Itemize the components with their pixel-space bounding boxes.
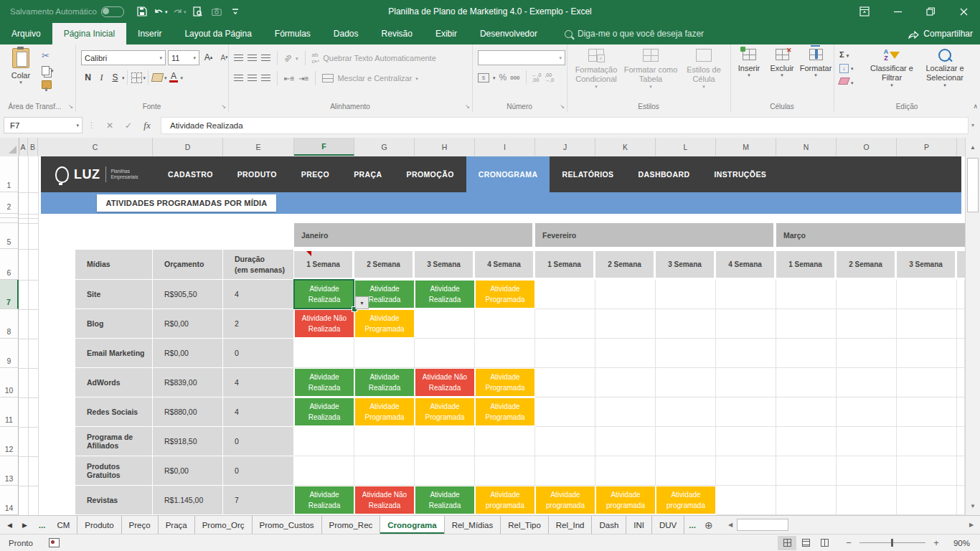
sheet-tab-promo-custos[interactable]: Promo_Custos [253, 516, 322, 534]
status-cell-programada[interactable]: AtividadeProgramada [476, 369, 534, 396]
underline-dropdown[interactable]: ▾ [122, 75, 125, 80]
decrease-decimal-icon[interactable]: ,00→,0 [545, 72, 554, 83]
empty-cell[interactable] [776, 368, 837, 397]
orientation-icon[interactable]: ab [283, 53, 293, 63]
tell-me-search[interactable]: Diga-me o que você deseja fazer [565, 23, 704, 44]
empty-cell[interactable] [957, 280, 965, 309]
customize-qat-icon[interactable] [227, 4, 243, 19]
name-box[interactable]: F7▾ [4, 117, 83, 133]
formula-input[interactable]: Atividade Realizada [161, 117, 969, 134]
empty-cell[interactable] [415, 427, 475, 456]
undo-icon[interactable]: ▾ [153, 4, 169, 19]
empty-cell[interactable] [595, 309, 656, 339]
empty-cell[interactable] [595, 339, 656, 368]
empty-cell[interactable] [595, 397, 656, 427]
sheet-nav-left-icon[interactable]: ◀ [7, 522, 12, 529]
column-header-h[interactable]: H [415, 138, 475, 156]
empty-cell[interactable] [776, 309, 837, 339]
font-color-dropdown[interactable]: ▾ [181, 75, 184, 80]
column-header-d[interactable]: D [153, 138, 223, 156]
comma-style-icon[interactable]: 000 [510, 75, 519, 81]
sheet-tab-dash[interactable]: Dash [592, 516, 626, 534]
status-cell-realizada[interactable]: AtividadeRealizada [415, 281, 474, 308]
font-dialog-launcher-icon[interactable]: ↘ [221, 103, 226, 110]
normal-view-button[interactable] [778, 536, 796, 550]
empty-cell[interactable] [776, 456, 837, 486]
row-header-12[interactable]: 12 [0, 427, 19, 456]
empty-cell[interactable] [897, 309, 957, 339]
empty-cell[interactable] [837, 397, 897, 427]
font-name-combo[interactable]: Calibri▾ [81, 50, 166, 65]
scroll-down-icon[interactable]: ▼ [966, 498, 980, 514]
borders-dropdown[interactable]: ▾ [143, 75, 146, 80]
increase-indent-icon[interactable]: ⇥≡ [298, 75, 308, 83]
empty-cell[interactable] [776, 427, 837, 456]
ribbon-display-options-icon[interactable] [848, 0, 881, 23]
tab-desenvolvedor[interactable]: Desenvolvedor [468, 23, 549, 44]
empty-cell[interactable] [415, 309, 475, 339]
column-header-p[interactable]: P [897, 138, 957, 156]
status-cell-programada_lc[interactable]: Atividadeprogramada [536, 486, 595, 514]
accounting-format-icon[interactable]: $ [478, 73, 489, 83]
nav-item-cronograma[interactable]: CRONOGRAMA [466, 156, 550, 192]
empty-cell[interactable] [595, 280, 656, 309]
column-header-o[interactable]: O [837, 138, 897, 156]
sheet-tab-produto[interactable]: Produto [77, 516, 121, 534]
row-header-14[interactable]: 14 [0, 486, 19, 515]
align-bottom-icon[interactable] [261, 55, 270, 62]
empty-cell[interactable] [837, 368, 897, 397]
align-right-icon[interactable] [261, 75, 270, 82]
empty-cell[interactable] [656, 427, 716, 456]
sheet-tab-praca[interactable]: Praça [159, 516, 195, 534]
insert-function-icon[interactable]: fx [138, 118, 156, 133]
row-header-9[interactable]: 9 [0, 339, 19, 368]
merge-center-button[interactable]: Mesclar e Centralizar ▾ [322, 74, 418, 83]
empty-cell[interactable] [897, 427, 957, 456]
format-cells-button[interactable]: Formatar ▾ [798, 49, 833, 77]
empty-cell[interactable] [656, 397, 716, 427]
empty-cell[interactable] [716, 368, 776, 397]
row-header-13[interactable]: 13 [0, 456, 19, 486]
sheet-tab-rel-tipo[interactable]: Rel_Tipo [501, 516, 549, 534]
empty-cell[interactable] [475, 309, 535, 339]
empty-cell[interactable] [897, 368, 957, 397]
tab-arquivo[interactable]: Arquivo [0, 23, 52, 44]
nav-item-dashboard[interactable]: DASHBOARD [626, 156, 702, 192]
empty-cell[interactable] [656, 368, 716, 397]
column-header-a[interactable]: A [19, 138, 28, 156]
empty-cell[interactable] [716, 486, 776, 515]
empty-cell[interactable] [656, 339, 716, 368]
empty-cell[interactable] [716, 339, 776, 368]
restore-icon[interactable] [914, 0, 947, 23]
column-header-i[interactable]: I [475, 138, 535, 156]
empty-cell[interactable] [294, 427, 354, 456]
empty-cell[interactable] [957, 486, 965, 515]
alignment-dialog-launcher-icon[interactable]: ↘ [465, 103, 470, 110]
empty-cell[interactable] [776, 339, 837, 368]
empty-cell[interactable] [415, 339, 475, 368]
status-cell-programada[interactable]: AtividadeProgramada [476, 281, 534, 308]
empty-cell[interactable] [837, 309, 897, 339]
number-format-combo[interactable]: ▾ [478, 50, 565, 65]
status-cell-realizada[interactable]: AtividadeRealizada [295, 486, 354, 514]
empty-cell[interactable] [776, 397, 837, 427]
empty-cell[interactable] [656, 456, 716, 486]
empty-cell[interactable] [475, 339, 535, 368]
macro-record-icon[interactable] [49, 538, 60, 547]
sheet-tab-cm[interactable]: CM [50, 516, 77, 534]
cut-icon[interactable]: ✂ [42, 50, 54, 61]
status-cell-programada[interactable]: AtividadeProgramada [355, 398, 414, 425]
status-cell-nao_realizada[interactable]: Atividade NãoRealizada [355, 486, 414, 514]
row-header-11[interactable]: 11 [0, 397, 19, 427]
collapse-ribbon-icon[interactable]: ∧ [973, 103, 978, 110]
column-header-e[interactable]: E [223, 138, 294, 156]
page-break-view-button[interactable] [815, 536, 834, 550]
empty-cell[interactable] [897, 486, 957, 515]
status-cell-programada[interactable]: AtividadeProgramada [415, 398, 474, 425]
row-header-hidden[interactable] [0, 218, 19, 223]
sheet-nav-right-icon[interactable]: ▶ [22, 522, 27, 529]
empty-cell[interactable] [716, 456, 776, 486]
nav-item-instrucoes[interactable]: INSTRUÇÕES [702, 156, 778, 192]
tab-pagina-inicial[interactable]: Página Inicial [52, 23, 126, 44]
status-cell-realizada[interactable]: AtividadeRealizada [295, 398, 354, 425]
